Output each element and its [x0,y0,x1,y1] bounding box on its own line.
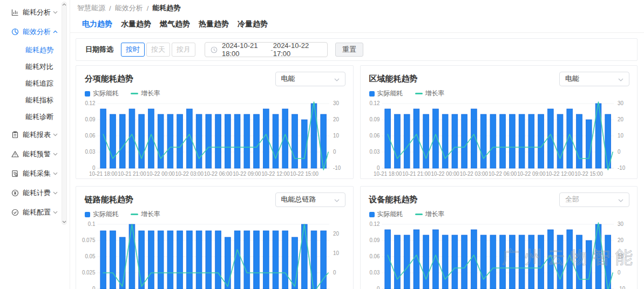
chart-panel: 链路能耗趋势 电能总链路 实际能耗 增长率 00.0250.050.0750.1… [76,186,354,289]
chart-panel-header: 分项能耗趋势 电能 [80,71,345,86]
svg-text:0.03: 0.03 [369,270,380,276]
sidebar-item-energy-diagnosis[interactable]: 能耗诊断 [0,108,70,125]
sidebar-scrollbar[interactable] [62,2,67,225]
sidebar-item-energy-indicator[interactable]: 能耗指标 [0,92,70,108]
sidebar-item-energy-report[interactable]: 能耗报表 [0,125,70,144]
legend-item-actual[interactable]: 实际能耗 [85,210,119,219]
report-icon [11,131,19,139]
svg-text:10-22 00:00: 10-22 00:00 [147,171,175,177]
mode-day-button[interactable]: 按天 [146,43,170,57]
svg-text:0: 0 [333,270,336,276]
svg-text:30: 30 [617,221,623,227]
chart-legend: 实际能耗 增长率 [85,89,345,98]
svg-text:0.09: 0.09 [369,237,380,243]
legend-item-growth[interactable]: 增长率 [131,210,160,219]
reset-button[interactable]: 重置 [335,43,363,57]
chart-type-select[interactable]: 电能 [559,72,629,86]
svg-text:0: 0 [92,165,96,171]
sidebar-item-energy-trend[interactable]: 能耗趋势 [0,42,70,58]
sidebar-item-energy-collect[interactable]: 能耗采集 [0,164,70,183]
date-range-input[interactable]: 2024-10-21 18:00 - 2024-10-22 17:00 [205,42,328,57]
sidebar-item-energy-compare[interactable]: 能耗对比 [0,58,70,75]
legend-line-swatch [415,93,423,94]
svg-text:-10: -10 [617,286,625,289]
sidebar-item-energy-analysis[interactable]: 能耗分析 [0,3,70,22]
sidebar-item-efficiency-analysis[interactable]: 能效分析 [0,22,70,42]
legend-item-actual[interactable]: 实际能耗 [369,89,403,98]
main-content: 智慧能源 / 能效分析 / 能耗趋势 电力趋势 水量趋势 燃气趋势 热量趋势 冷… [70,0,644,289]
svg-text:10-22 09:00: 10-22 09:00 [517,171,546,177]
legend-bar-swatch [369,212,375,217]
legend-item-growth[interactable]: 增长率 [131,89,160,98]
svg-text:0.06: 0.06 [369,133,380,139]
date-filter-bar: 日期筛选 按时 按天 按月 2024-10-21 18:00 - 2024-10… [76,38,638,61]
legend-label: 增长率 [425,89,445,98]
scroll-up-icon [62,3,66,6]
legend-item-actual[interactable]: 实际能耗 [85,89,119,98]
svg-text:0: 0 [617,270,620,276]
tab-water-trend[interactable]: 水量趋势 [121,19,151,29]
chart-panel-header: 链路能耗趋势 电能总链路 [80,192,345,207]
chart-type-select[interactable]: 电能 [275,72,345,86]
chart-title: 设备能耗趋势 [369,195,418,205]
tab-heat-trend[interactable]: 热量趋势 [199,19,229,29]
svg-text:0: 0 [92,286,96,289]
bar-line-chart: 00.0250.050.0750.12010010-21 18:0010-21 … [80,220,345,289]
svg-text:0: 0 [333,149,336,155]
pie-chart-icon [11,28,19,36]
svg-text:0: 0 [617,149,620,155]
svg-text:10-22 12:00: 10-22 12:00 [546,171,574,177]
svg-text:0.025: 0.025 [82,270,96,276]
breadcrumb-separator: / [147,4,149,12]
chevron-down-icon [618,195,623,204]
breadcrumb-current: 能耗趋势 [152,3,180,13]
sidebar-item-energy-trace[interactable]: 能耗追踪 [0,75,70,92]
sidebar-item-energy-billing[interactable]: 能耗计费 [0,183,70,203]
chevron-down-icon [53,133,58,136]
svg-text:0: 0 [377,165,380,171]
tab-gas-trend[interactable]: 燃气趋势 [160,19,190,29]
chart-panel: 区域能耗趋势 电能 实际能耗 增长率 00.030.060.090.123020… [360,65,638,179]
select-value: 电能总链路 [281,195,334,204]
legend-label: 实际能耗 [93,89,119,98]
tab-cooling-trend[interactable]: 冷量趋势 [238,19,268,29]
tab-electric-trend[interactable]: 电力趋势 [82,19,112,29]
chart-grid: 分项能耗趋势 电能 实际能耗 增长率 00.030.060.090.123020… [70,61,644,289]
sidebar-item-label: 能耗预警 [23,149,53,159]
chart-panel-header: 设备能耗趋势 全部 [365,192,630,207]
bar-line-chart: 00.030.060.090.123020100-1010-21 18:0010… [365,99,630,179]
chevron-down-icon [53,153,58,156]
select-value: 全部 [565,195,618,204]
legend-item-actual[interactable]: 实际能耗 [369,210,403,219]
start-date-value: 2024-10-21 18:00 [222,42,270,58]
chart-type-select[interactable]: 电能总链路 [275,192,345,207]
breadcrumb-item[interactable]: 智慧能源 [77,3,105,13]
legend-label: 增长率 [141,210,160,219]
legend-label: 实际能耗 [377,210,403,219]
chart-type-select[interactable]: 全部 [559,192,629,207]
mode-hour-button[interactable]: 按时 [121,43,145,57]
sidebar-item-energy-config[interactable]: 能耗配置 [0,203,70,222]
legend-item-growth[interactable]: 增长率 [415,89,445,98]
chevron-up-icon [53,30,58,33]
svg-text:10: 10 [617,253,623,259]
svg-text:0.1: 0.1 [88,221,96,227]
legend-line-swatch [131,93,138,94]
mode-month-button[interactable]: 按月 [172,43,195,57]
svg-text:10-22 06:00: 10-22 06:00 [204,171,233,177]
svg-text:20: 20 [333,231,339,237]
chart-legend: 实际能耗 增长率 [369,89,630,98]
legend-item-growth[interactable]: 增长率 [415,210,445,219]
chevron-down-icon [618,74,623,84]
select-value: 电能 [281,74,334,84]
svg-text:0.12: 0.12 [85,100,95,106]
sidebar-item-energy-alarm[interactable]: 能耗预警 [0,144,70,164]
svg-text:10-21 18:00: 10-21 18:00 [89,171,118,177]
svg-text:10: 10 [333,250,339,256]
sidebar-item-label: 能耗分析 [23,8,53,17]
app-window: 能耗分析 能效分析 能耗趋势 能耗对比 能耗追踪 能耗指标 能耗诊断 能耗报表 [0,0,644,289]
chart-panel-header: 区域能耗趋势 电能 [365,71,630,86]
config-icon [11,209,19,216]
breadcrumb-item[interactable]: 能效分析 [115,3,143,13]
svg-text:0.09: 0.09 [85,116,96,122]
